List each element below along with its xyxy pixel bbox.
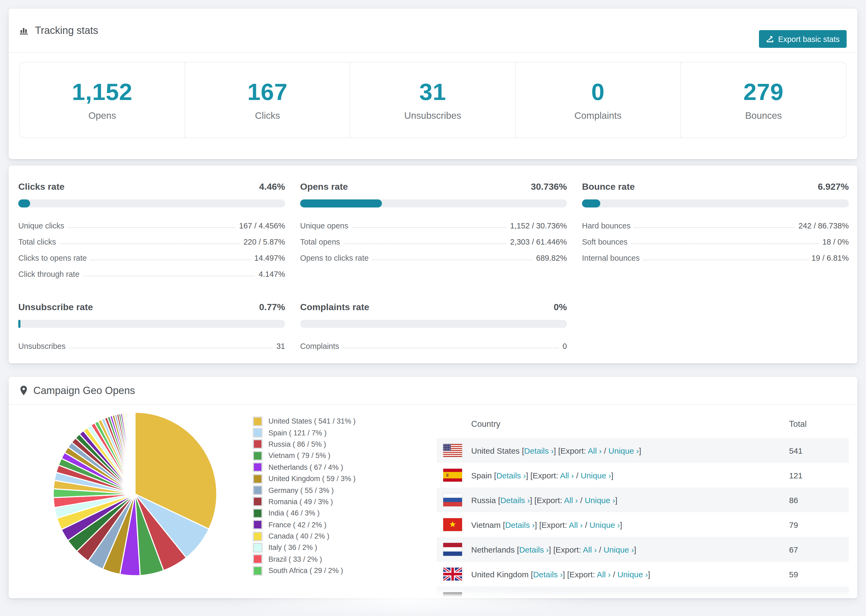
table-row: Vietnam [Details ›] [Export: All › / Uni… xyxy=(437,512,849,537)
stat-value: 167 xyxy=(247,79,288,105)
rate-row: Unique clicks167 / 4.456% xyxy=(18,214,285,230)
legend-label: Germany ( 55 / 3% ) xyxy=(268,486,334,494)
rate-value: 6.927% xyxy=(818,182,849,192)
rate-row-label: Total clicks xyxy=(18,237,56,246)
rate-row-value: 242 / 86.738% xyxy=(798,222,849,230)
rate-panel-head: Unsubscribe rate0.77% xyxy=(18,302,285,313)
legend-item: Vietnam ( 79 / 5% ) xyxy=(253,450,356,462)
dotted-leader xyxy=(373,259,532,260)
legend-label: United States ( 541 / 31% ) xyxy=(268,417,356,425)
export-unique-link[interactable]: Unique › xyxy=(589,520,620,529)
legend-item: United Kingdom ( 59 / 3% ) xyxy=(253,473,356,485)
rate-progress-bar xyxy=(300,320,567,328)
tracking-stats-title: Tracking stats xyxy=(35,24,98,36)
stat-card-complaints: 0Complaints xyxy=(516,62,681,138)
rate-row: Complaints0 xyxy=(300,334,567,350)
rate-panel-head: Bounce rate6.927% xyxy=(582,182,849,192)
total-cell: 121 xyxy=(789,471,803,480)
table-row: Netherlands [Details ›] [Export: All › /… xyxy=(437,537,849,562)
us-flag-icon xyxy=(443,444,462,457)
country-cell: United States [Details ›] [Export: All ›… xyxy=(471,446,641,455)
export-unique-link[interactable]: Unique › xyxy=(581,471,611,480)
export-all-link[interactable]: All › xyxy=(597,569,611,579)
rate-progress-bar xyxy=(582,200,849,207)
stat-strip: 1,152Opens167Clicks31Unsubscribes0Compla… xyxy=(19,62,847,138)
rate-row-label: Complaints xyxy=(300,342,339,350)
rate-row-label: Soft bounces xyxy=(582,237,627,246)
rate-rows: Complaints0 xyxy=(300,334,567,350)
rate-progress-fill xyxy=(582,200,601,207)
legend-swatch xyxy=(253,428,263,438)
legend-swatch xyxy=(253,531,263,541)
map-pin-icon xyxy=(19,385,28,396)
legend-item: Spain ( 121 / 7% ) xyxy=(253,427,356,438)
legend-label: South Africa ( 29 / 2% ) xyxy=(268,567,343,575)
export-all-link[interactable]: All › xyxy=(564,495,578,504)
rate-row-label: Click through rate xyxy=(18,270,79,278)
details-link[interactable]: Details › xyxy=(519,545,549,554)
rate-row: Internal bounces19 / 6.81% xyxy=(582,246,849,262)
export-unique-link[interactable]: Unique › xyxy=(617,569,648,579)
details-link[interactable]: Details › xyxy=(533,569,563,579)
legend-item: Brazil ( 33 / 2% ) xyxy=(253,553,356,565)
rate-panel-unsubscribe-rate: Unsubscribe rate0.77%Unsubscribes31 xyxy=(18,302,285,350)
total-column-header: Total xyxy=(789,419,807,429)
legend-label: Romania ( 49 / 3% ) xyxy=(268,498,333,506)
dotted-leader xyxy=(643,259,808,260)
total-cell: 86 xyxy=(789,495,798,504)
details-link[interactable]: Details › xyxy=(500,495,530,504)
legend-item: Romania ( 49 / 3% ) xyxy=(253,496,356,508)
details-link[interactable]: Details › xyxy=(496,471,526,480)
legend-label: India ( 46 / 3% ) xyxy=(268,509,320,517)
rate-row-label: Total opens xyxy=(300,237,340,246)
export-unique-link[interactable]: Unique › xyxy=(585,495,615,504)
legend-label: Canada ( 40 / 2% ) xyxy=(268,532,329,540)
legend-item: Netherlands ( 67 / 4% ) xyxy=(253,462,356,473)
rate-row-value: 14.497% xyxy=(254,254,285,262)
rate-row-label: Opens to clicks rate xyxy=(300,254,369,262)
rate-panel-clicks-rate: Clicks rate4.46%Unique clicks167 / 4.456… xyxy=(18,182,285,278)
rate-progress-fill xyxy=(18,200,30,207)
de-flag-icon xyxy=(443,592,462,598)
rate-value: 30.736% xyxy=(531,182,567,192)
rate-row-value: 2,303 / 61.446% xyxy=(510,237,567,246)
rate-title: Complaints rate xyxy=(300,302,369,313)
stat-value: 31 xyxy=(419,79,446,105)
export-basic-stats-button[interactable]: Export basic stats xyxy=(759,30,847,48)
rate-title: Clicks rate xyxy=(18,182,65,192)
stat-label: Clicks xyxy=(255,110,280,121)
export-unique-link[interactable]: Unique › xyxy=(603,545,634,554)
legend-label: Russia ( 86 / 5% ) xyxy=(268,440,326,448)
export-all-link[interactable]: All › xyxy=(588,446,602,455)
details-link[interactable]: Details › xyxy=(524,446,554,455)
country-cell: Netherlands [Details ›] [Export: All › /… xyxy=(471,545,636,554)
export-all-link[interactable]: All › xyxy=(560,471,574,480)
export-all-link[interactable]: All › xyxy=(569,520,583,529)
dotted-leader xyxy=(631,244,819,244)
total-cell: 67 xyxy=(789,545,798,554)
rate-row-value: 167 / 4.456% xyxy=(239,222,285,230)
export-button-label: Export basic stats xyxy=(778,35,840,43)
legend-item: France ( 42 / 2% ) xyxy=(253,519,356,531)
rate-title: Bounce rate xyxy=(582,182,635,192)
table-row: Spain [Details ›] [Export: All › / Uniqu… xyxy=(437,463,849,487)
stat-value: 279 xyxy=(743,79,784,105)
stat-label: Complaints xyxy=(575,110,622,121)
rate-row-label: Internal bounces xyxy=(582,254,639,262)
export-unique-link[interactable]: Unique › xyxy=(608,446,639,455)
rate-row: Total opens2,303 / 61.446% xyxy=(300,230,567,246)
details-link[interactable]: Details › xyxy=(505,520,535,529)
rate-row: Unique opens1,152 / 30.736% xyxy=(300,214,567,230)
rate-row-value: 0 xyxy=(563,342,567,350)
rate-row-value: 18 / 0% xyxy=(822,237,849,246)
geo-opens-pie-chart xyxy=(52,411,218,577)
geo-country-table: Country Total United States [Details ›] … xyxy=(437,410,849,598)
legend-swatch xyxy=(253,462,263,472)
total-cell: 541 xyxy=(789,446,803,455)
rate-progress-bar xyxy=(18,320,285,328)
tracking-stats-card: Tracking stats Export basic stats 1,152O… xyxy=(9,9,857,159)
stat-card-unsubscribes: 31Unsubscribes xyxy=(350,62,516,138)
legend-swatch xyxy=(253,497,263,507)
table-row: United States [Details ›] [Export: All ›… xyxy=(437,438,849,463)
export-all-link[interactable]: All › xyxy=(583,545,597,554)
